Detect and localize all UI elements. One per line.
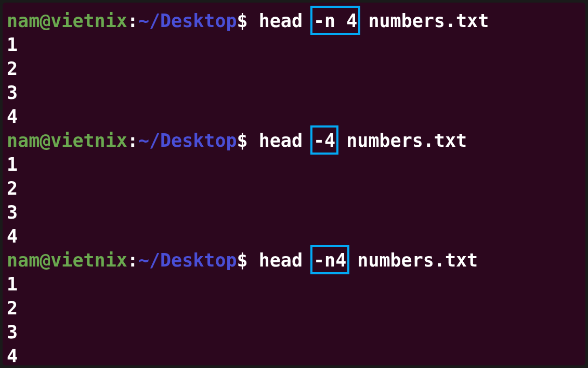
prompt-user: nam@vietnix <box>7 130 127 151</box>
output-line: 2 <box>7 57 581 81</box>
prompt-colon: : <box>127 10 138 31</box>
output-line: 4 <box>7 224 581 248</box>
output-line: 3 <box>7 200 581 224</box>
output-line: 1 <box>7 33 581 57</box>
command-pre <box>248 130 259 151</box>
output-line: 2 <box>7 296 581 320</box>
output-line: 4 <box>7 344 581 365</box>
terminal-window[interactable]: nam@vietnix:~/Desktop$ head -n 4 numbers… <box>3 3 585 365</box>
option-text: -n 4 <box>313 10 357 31</box>
prompt-user: nam@vietnix <box>7 250 127 271</box>
prompt-user: nam@vietnix <box>7 10 127 31</box>
highlighted-option: -4 <box>313 129 335 153</box>
prompt-dollar: $ <box>237 250 248 271</box>
output-line: 1 <box>7 272 581 296</box>
prompt-line: nam@vietnix:~/Desktop$ head -n 4 numbers… <box>7 9 581 33</box>
command-pre-text: head <box>259 250 313 271</box>
prompt-colon: : <box>127 250 138 271</box>
highlighted-option: -n 4 <box>313 9 357 33</box>
prompt-path: ~/Desktop <box>138 10 237 31</box>
command-pre-text: head <box>259 130 313 151</box>
output-line: 3 <box>7 81 581 105</box>
option-text: -n4 <box>313 250 346 271</box>
output-line: 4 <box>7 105 581 129</box>
prompt-line: nam@vietnix:~/Desktop$ head -n4 numbers.… <box>7 248 581 272</box>
prompt-dollar: $ <box>237 10 248 31</box>
command-pre <box>248 10 259 31</box>
prompt-path: ~/Desktop <box>138 130 237 151</box>
prompt-line: nam@vietnix:~/Desktop$ head -4 numbers.t… <box>7 129 581 153</box>
highlighted-option: -n4 <box>313 248 346 272</box>
prompt-dollar: $ <box>237 130 248 151</box>
output-line: 1 <box>7 153 581 176</box>
command-post: numbers.txt <box>357 10 489 31</box>
prompt-colon: : <box>127 130 138 151</box>
output-line: 3 <box>7 320 581 344</box>
command-post: numbers.txt <box>335 130 467 151</box>
prompt-path: ~/Desktop <box>138 250 237 271</box>
command-pre-text: head <box>259 10 313 31</box>
output-line: 2 <box>7 176 581 200</box>
command-post: numbers.txt <box>346 250 478 271</box>
option-text: -4 <box>313 130 335 151</box>
command-pre <box>248 250 259 271</box>
